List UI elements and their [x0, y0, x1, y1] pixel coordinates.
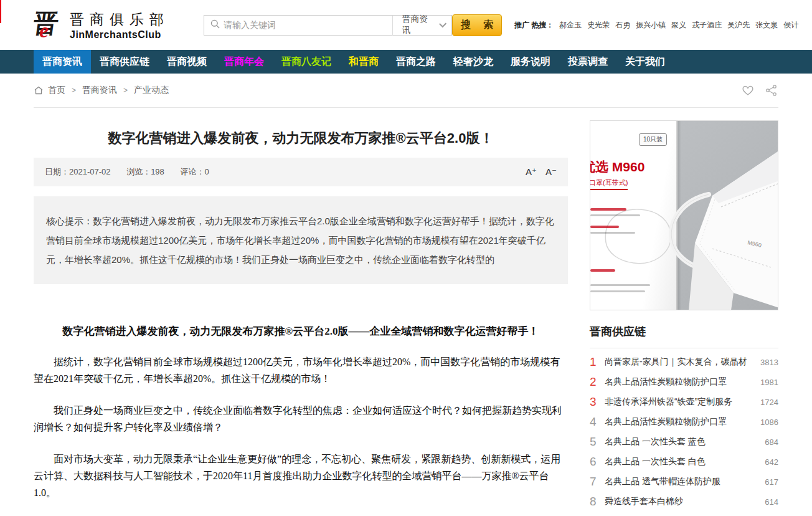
product-subtitle: 护口罩(耳带式)	[590, 178, 628, 190]
search-bar: 晋商资讯 搜 索	[204, 14, 502, 36]
article-body-heading: 数字化营销进入爆发前夜，动力无限发布万家推®云平台2.0版——企业全域营销和数字…	[34, 324, 568, 338]
breadcrumb-current[interactable]: 产业动态	[134, 85, 169, 96]
rank-count: 617	[765, 477, 778, 487]
article-title: 数字化营销进入爆发前夜，动力无限发布万家推®云平台2.0版！	[34, 129, 568, 148]
package-fine-print-line	[590, 208, 626, 211]
nav-item-toupiao[interactable]: 投票调查	[559, 50, 616, 74]
site-logo[interactable]: 晋 e 晋商俱乐部 JinMerchantsClub	[34, 9, 174, 41]
breadcrumb-section[interactable]: 晋商资讯	[82, 85, 117, 96]
like-heart-icon[interactable]	[741, 84, 755, 97]
rank-number: 2	[590, 375, 605, 389]
rank-item[interactable]: 3 非遗传承泽州铁器“铁壶”定制服务 1724	[590, 392, 778, 412]
sidebar-product-ad[interactable]: M960 10只装 优选 M960 护口罩(耳带式)	[590, 120, 778, 310]
nav-item-jinshang-zixun[interactable]: 晋商资讯	[34, 50, 91, 74]
hot-keyword[interactable]: 振兴小镇	[636, 21, 666, 29]
hot-keyword[interactable]: 戎子酒庄	[692, 21, 722, 29]
article-date: 日期：2021-07-02	[45, 167, 111, 176]
package-fine-print-line	[590, 290, 645, 292]
package-fine-print-line	[590, 226, 619, 228]
package-fine-print-line	[590, 232, 635, 234]
rank-number: 4	[590, 415, 605, 429]
article-actions	[741, 84, 778, 97]
search-button[interactable]: 搜 索	[452, 14, 502, 36]
rank-item[interactable]: 4 名典上品活性炭颗粒物防护口罩 1086	[590, 412, 778, 432]
logo-title-cn: 晋商俱乐部	[70, 10, 169, 29]
content-divider	[34, 107, 778, 108]
package-fine-print-line	[590, 284, 650, 286]
hot-search: 推广 热搜：郝金玉史光荣石勇振兴小镇聚义戎子酒庄吴沪先张文泉侯计	[514, 20, 798, 31]
product-name: 优选 M960	[590, 158, 644, 176]
article-column: 数字化营销进入爆发前夜，动力无限发布万家推®云平台2.0版！ 日期：2021-0…	[34, 120, 568, 512]
site-header: 晋 e 晋商俱乐部 JinMerchantsClub 晋商资讯 搜 索 推广 热…	[34, 0, 778, 50]
article-paragraph: 面对市场大变革，动力无限秉承“让企业生意更好做”的理念，不忘初心、聚焦研发，紧跟…	[34, 451, 568, 501]
hot-keyword[interactable]: 吴沪先	[727, 21, 750, 29]
article-paragraph: 我们正身处一场商业巨变之中，传统企业面临着数字化转型的焦虑：企业如何适应这个时代…	[34, 402, 568, 436]
font-decrease-button[interactable]: A⁻	[545, 166, 557, 177]
rank-item[interactable]: 5 名典上品 一次性头套 蓝色 684	[590, 432, 778, 452]
rank-title: 名典上品活性炭颗粒物防护口罩	[605, 376, 755, 388]
rank-count: 1086	[760, 418, 778, 427]
nav-item-shipin[interactable]: 晋商视频	[158, 50, 215, 74]
breadcrumb-home[interactable]: 首页	[48, 85, 65, 96]
home-icon[interactable]	[34, 85, 44, 95]
hot-keyword[interactable]: 侯计	[783, 21, 798, 29]
article-meta-bar: 日期：2021-07-02 浏览：198 评论：0 A⁺ A⁻	[34, 158, 568, 186]
font-increase-button[interactable]: A⁺	[526, 166, 537, 177]
main-content: 数字化营销进入爆发前夜，动力无限发布万家推®云平台2.0版！ 日期：2021-0…	[34, 120, 778, 512]
product-badge: 10只装	[639, 133, 667, 146]
nav-item-zhilu[interactable]: 晋商之路	[387, 50, 445, 74]
rank-item[interactable]: 8 舜造线手套本白棉纱 614	[590, 492, 778, 512]
search-category-value: 晋商资讯	[402, 14, 433, 36]
logo-title-en: JinMerchantsClub	[70, 29, 169, 41]
breadcrumb-separator: >	[123, 86, 128, 95]
article-body: 数字化营销进入爆发前夜，动力无限发布万家推®云平台2.0版——企业全域营销和数字…	[34, 324, 568, 501]
chevron-down-icon	[439, 20, 446, 27]
font-size-controls: A⁺ A⁻	[519, 166, 557, 178]
search-icon	[210, 19, 220, 31]
hot-keyword[interactable]: 聚义	[671, 21, 686, 29]
share-icon[interactable]	[765, 84, 778, 97]
nav-item-guanyu[interactable]: 关于我们	[616, 50, 674, 74]
rank-title: 非遗传承泽州铁器“铁壶”定制服务	[605, 396, 755, 408]
rank-title: 名典上品 一次性头套 蓝色	[605, 436, 760, 447]
rank-item[interactable]: 7 名典上品 透气带帽连体防护服 617	[590, 472, 778, 492]
rank-title: 尚晋家居-家具门｜实木复合，碳晶材	[605, 356, 755, 368]
search-category-select[interactable]: 晋商资讯	[392, 15, 451, 36]
nav-item-nianhui[interactable]: 晋商年会	[215, 50, 273, 74]
supply-chain-ranking: 1 尚晋家居-家具门｜实木复合，碳晶材 3813 2 名典上品活性炭颗粒物防护口…	[590, 348, 778, 512]
rank-count: 642	[765, 457, 778, 467]
logo-calligraphy-icon: 晋 e	[34, 9, 66, 41]
logo-e-mark: e	[39, 19, 49, 42]
article-summary: 核心提示：数字化营销进入爆发前夜，动力无限发布万家推云平台2.0版企业全域营销和…	[34, 196, 568, 284]
rank-count: 1724	[760, 398, 778, 407]
rank-number: 3	[590, 395, 605, 409]
nav-item-hejinshang[interactable]: 和晋商	[340, 50, 387, 74]
nav-item-fuwu[interactable]: 服务说明	[502, 50, 559, 74]
rank-number: 7	[590, 475, 605, 489]
hot-keyword[interactable]: 史光荣	[587, 21, 610, 29]
rank-number: 8	[590, 495, 605, 509]
rank-title: 名典上品 透气带帽连体防护服	[605, 476, 760, 487]
search-input[interactable]	[224, 16, 392, 34]
article-meta: 日期：2021-07-02 浏览：198 评论：0	[45, 166, 223, 178]
rank-count: 1981	[760, 378, 778, 387]
sidebar-section-title: 晋商供应链	[590, 324, 778, 339]
nav-item-gongyinglian[interactable]: 晋商供应链	[91, 50, 158, 74]
rank-number: 6	[590, 455, 605, 469]
article-comments: 评论：0	[180, 167, 209, 176]
nav-item-bayouji[interactable]: 晋商八友记	[273, 50, 340, 74]
rank-item[interactable]: 6 名典上品 一次性头套 白色 642	[590, 452, 778, 472]
breadcrumb: 首页 > 晋商资讯 > 产业动态	[34, 85, 169, 96]
hot-keyword[interactable]: 石勇	[615, 21, 630, 29]
article-views: 浏览：198	[126, 167, 164, 176]
screen-edge-artifact	[0, 0, 1, 23]
nav-item-shalong[interactable]: 轻奢沙龙	[445, 50, 502, 74]
hot-keyword[interactable]: 张文泉	[755, 21, 778, 29]
rank-item[interactable]: 2 名典上品活性炭颗粒物防护口罩 1981	[590, 372, 778, 392]
package-fine-print-line	[590, 214, 640, 216]
rank-item[interactable]: 1 尚晋家居-家具门｜实木复合，碳晶材 3813	[590, 352, 778, 372]
rank-number: 5	[590, 435, 605, 449]
rank-title: 名典上品活性炭颗粒物防护口罩	[605, 416, 755, 428]
package-fine-print-line	[590, 269, 615, 272]
hot-keyword[interactable]: 郝金玉	[559, 21, 582, 29]
